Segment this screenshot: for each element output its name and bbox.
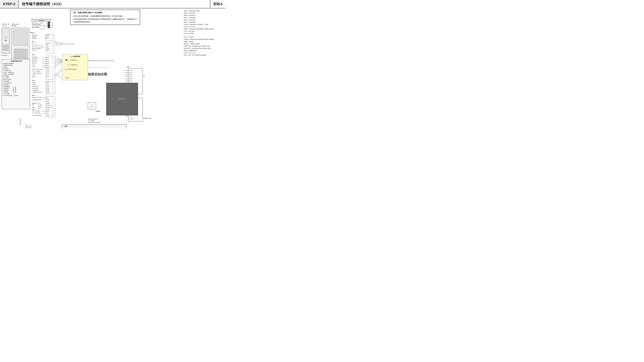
svg-text:F  故障显示: F 故障显示 <box>2 88 9 89</box>
svg-text:n1(0...10 V; +/-10 V): n1(0...10 V; +/-10 V) <box>32 45 42 46</box>
svg-rect-4 <box>48 25 50 26</box>
svg-line-163 <box>55 70 62 77</box>
svg-text:RS485 +: RS485 + <box>32 74 36 76</box>
svg-text:8: 8 <box>52 71 53 72</box>
svg-text:DBØ0: DBØ0 <box>46 101 50 102</box>
notice-item-2: • DI00必须外部置"1"保持控制器处于启用状态此时上电数码管显示'1'，控制… <box>72 18 138 23</box>
right-legend-panel: DI00 = /Controller inhibit DI01 = no fun… <box>182 9 224 135</box>
svg-text:X12:: X12: <box>32 32 35 34</box>
legend-db00: DB00 = /Brake <box>184 40 224 43</box>
svg-text:DIØ6: DIØ6 <box>46 82 49 83</box>
svg-text:DC -10 V...+10 VDC 0(4)...20 m: DC -10 V...+10 VDC 0(4)...20 mA <box>56 43 74 44</box>
svg-text:AI11: AI11 <box>46 45 49 46</box>
notice-title: 【注：这里不使用上级PLC-IO口控制】 <box>72 11 138 14</box>
svg-text:7: 7 <box>52 109 53 110</box>
legend-do01c: DO01-C = Relay contact <box>184 43 224 45</box>
svg-text:S 11: S 11 <box>50 22 53 23</box>
svg-text:4  VFC运行方式: 4 VFC运行方式 <box>2 70 11 71</box>
legend-do01nc: DO01-NC = Normally closed contact relay <box>184 47 224 49</box>
svg-text:选件DBG60B: 选件DBG60B <box>12 23 19 25</box>
svg-text:DIØ4: DIØ4 <box>46 65 49 66</box>
svg-rect-181 <box>3 45 9 50</box>
svg-text:SO24: SO24 <box>29 126 30 128</box>
legend-do01no: DO01-NO = Normally open contact relay <box>184 45 224 47</box>
svg-text:系统总线→: 系统总线→ <box>32 36 38 37</box>
svg-rect-5 <box>48 27 50 28</box>
svg-text:R11: R11 <box>54 41 57 42</box>
svg-text:1  控制器禁用激活: 1 控制器禁用激活 <box>2 65 12 66</box>
svg-line-156 <box>55 58 62 59</box>
svg-text:根据选件连接外部***: 根据选件连接外部*** <box>88 119 98 120</box>
svg-text:000: 000 <box>4 40 7 41</box>
legend-tf1: TF1 = TF input <box>184 36 224 38</box>
svg-text:5: 5 <box>52 65 53 66</box>
svg-rect-2 <box>48 22 50 23</box>
svg-text:VO24: VO24 <box>46 111 49 112</box>
svg-text:3: 3 <box>52 86 53 87</box>
svg-text:顺乐驱动器: 顺乐驱动器 <box>13 87 14 93</box>
svg-text:输入端 TF-/TH-/KTY←: 输入端 TF-/TH-/KTY← <box>32 97 43 98</box>
svg-rect-185 <box>14 49 28 53</box>
svg-text:DGND: DGND <box>46 91 50 93</box>
svg-text:无功能*: 无功能* <box>32 82 36 83</box>
svg-text:DGND: DGND <box>46 34 50 36</box>
svg-text:ST11: ST11 <box>46 74 49 76</box>
svg-line-164 <box>55 73 62 78</box>
svg-text:DC -10 V: DC -10 V <box>32 50 36 51</box>
main-content: 【注：这里不使用上级PLC-IO口控制】 • DI01-DI04无需连接（后面参… <box>0 8 226 136</box>
svg-text:X17:: X17: <box>25 124 27 125</box>
svg-text:3: 3 <box>52 61 53 62</box>
svg-text:4: 4 <box>52 88 53 89</box>
legend-di03: DI03 = no function <box>184 17 224 19</box>
svg-text:二进制信号参考电位: 二进制信号参考电位 <box>32 72 42 74</box>
wiring-diagram-svg: 控制装置 S 11 S 12 S 13 S 14 转换: I信号 <-> U信号… <box>1 9 178 128</box>
legend-di00: DI00 = /Controller inhibit <box>184 10 224 12</box>
svg-text:S 14: S 14 <box>50 27 53 28</box>
svg-text:6: 6 <box>52 91 53 93</box>
svg-text:t  等待数据: t 等待数据 <box>2 91 8 93</box>
svg-text:1: 1 <box>52 97 53 98</box>
svg-rect-3 <box>48 23 50 25</box>
svg-text:1: 1 <box>52 34 52 36</box>
svg-text:TF1: TF1 <box>46 97 48 98</box>
svg-text:9针D型插座: 9针D型插座 <box>1 55 7 56</box>
svg-text:DIØ7: DIØ7 <box>46 84 49 85</box>
svg-text:9: 9 <box>52 72 53 74</box>
svg-text:E  校准编码器: E 校准编码器 <box>2 86 10 87</box>
svg-text:4: 4 <box>52 103 53 104</box>
svg-text:系统总参考: 系统总参考 <box>32 34 38 36</box>
svg-text:DOØ5: DOØ5 <box>46 90 50 91</box>
svg-text:7段数码管显示: 7段数码管显示 <box>15 86 16 93</box>
svg-text:2: 2 <box>52 45 52 46</box>
svg-text:DCOM*: DCOM* <box>46 69 50 70</box>
svg-text:频率输入端激活: 频率输入端激活 <box>32 27 40 28</box>
svg-text:5  n控制（速度控制）: 5 n控制（速度控制） <box>2 72 14 73</box>
svg-text:DOØ1-NO: DOØ1-NO <box>46 105 52 106</box>
svg-text:上一级控制系统: 上一级控制系统 <box>70 56 80 57</box>
svg-text:SC12: SC12 <box>46 38 49 39</box>
svg-text:DC 24 V电源: DC 24 V电源 <box>88 120 94 121</box>
svg-text:操作面板: 操作面板 <box>12 25 16 26</box>
svg-line-157 <box>55 59 62 60</box>
svg-text:9  VI24: 9 VI24 <box>128 116 132 117</box>
svg-text:c  IPOS参考运行: c IPOS参考运行 <box>2 82 12 84</box>
svg-text:DIØ0: DIØ0 <box>46 57 49 58</box>
svg-text:IPOS输出端*: IPOS输出端* <box>32 88 38 89</box>
svg-text:系统总线连接: 系统总线连接 <box>20 119 21 125</box>
svg-text:1: 1 <box>52 57 53 58</box>
svg-line-162 <box>55 68 62 75</box>
svg-text:2: 2 <box>52 36 52 37</box>
diagram-container: 【注：这里不使用上级PLC-IO口控制】 • DI01-DI04无需连接（后面参… <box>1 9 182 135</box>
legend-st12: ST12 = RS-485 - <box>184 32 224 34</box>
svg-text:5: 5 <box>52 90 53 91</box>
svg-text:X11:: X11: <box>32 41 35 43</box>
svg-text:XT: 9.6 kBaud <-> 57.6 kBaud: XT: 9.6 kBaud <-> 57.6 kBaud <box>32 25 47 26</box>
svg-text:DC +24 V输出端: DC +24 V输出端 <box>32 110 40 111</box>
svg-text:选件功能: 选件功能 <box>40 104 42 108</box>
svg-text:DGND: DGND <box>65 77 70 78</box>
svg-text:RS485 -: RS485 - <box>32 76 36 77</box>
svg-text:(AC-3): (AC-3) <box>90 106 94 107</box>
svg-text:AI12: AI12 <box>46 46 49 48</box>
svg-text:X16:: X16: <box>32 80 35 81</box>
svg-rect-186 <box>14 54 28 59</box>
